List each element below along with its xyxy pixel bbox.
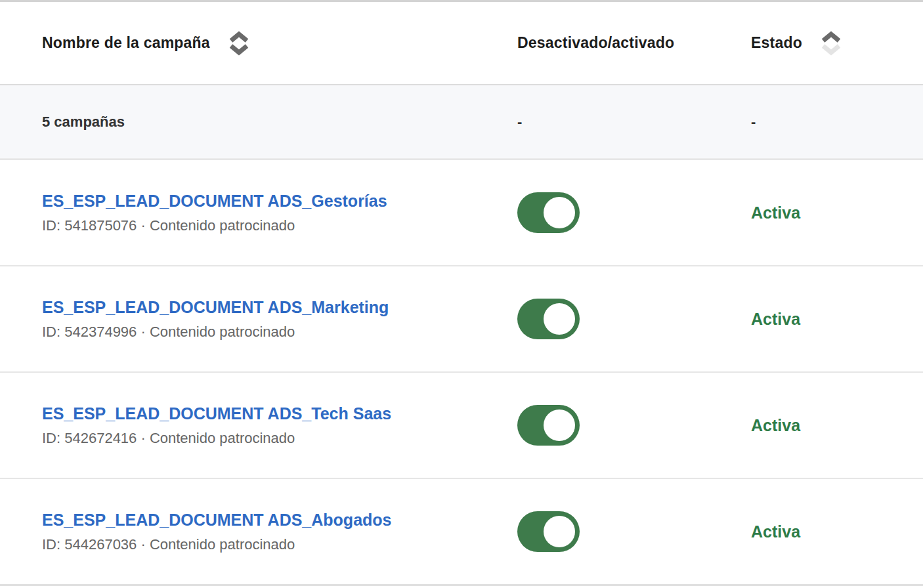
- toggle-knob: [544, 303, 575, 335]
- bottom-divider: [0, 584, 923, 586]
- toggle-knob: [544, 197, 575, 228]
- campaigns-table: Nombre de la campaña Desactivado/activad…: [0, 2, 923, 584]
- campaign-name-link[interactable]: ES_ESP_LEAD_DOCUMENT ADS_Marketing: [42, 298, 389, 317]
- campaign-toggle[interactable]: [517, 192, 580, 233]
- campaign-toggle[interactable]: [517, 511, 580, 552]
- column-header-toggle: Desactivado/activado: [517, 34, 751, 52]
- campaign-name-link[interactable]: ES_ESP_LEAD_DOCUMENT ADS_Abogados: [42, 511, 392, 530]
- campaign-status: Activa: [751, 416, 800, 434]
- campaign-row: ES_ESP_LEAD_DOCUMENT ADS_Abogados ID: 54…: [0, 478, 923, 584]
- campaign-name-column-label: Nombre de la campaña: [42, 34, 210, 52]
- column-header-campaign-name[interactable]: Nombre de la campaña: [0, 30, 517, 57]
- campaign-row: ES_ESP_LEAD_DOCUMENT ADS_Tech Saas ID: 5…: [0, 371, 923, 478]
- campaign-toggle[interactable]: [517, 299, 580, 339]
- table-header-row: Nombre de la campaña Desactivado/activad…: [0, 2, 923, 84]
- sort-chevrons-icon[interactable]: [819, 30, 843, 57]
- summary-status-placeholder: -: [751, 114, 923, 131]
- summary-toggle-placeholder: -: [517, 114, 751, 131]
- campaign-meta: ID: 542374996 · Contenido patrocinado: [42, 324, 517, 340]
- campaign-meta: ID: 542672416 · Contenido patrocinado: [42, 430, 517, 446]
- toggle-knob: [544, 516, 575, 547]
- campaign-count: 5 campañas: [0, 114, 517, 131]
- campaign-status: Activa: [751, 522, 800, 541]
- toggle-knob: [544, 410, 575, 441]
- campaign-row: ES_ESP_LEAD_DOCUMENT ADS_Marketing ID: 5…: [0, 265, 923, 371]
- toggle-column-label: Desactivado/activado: [517, 34, 674, 52]
- campaign-name-link[interactable]: ES_ESP_LEAD_DOCUMENT ADS_Gestorías: [42, 192, 387, 211]
- status-column-label: Estado: [751, 34, 802, 52]
- campaign-name-link[interactable]: ES_ESP_LEAD_DOCUMENT ADS_Tech Saas: [42, 404, 391, 423]
- campaign-meta: ID: 544267036 · Contenido patrocinado: [42, 536, 517, 553]
- campaign-toggle[interactable]: [517, 405, 580, 446]
- campaign-meta: ID: 541875076 · Contenido patrocinado: [42, 217, 517, 234]
- campaign-status: Activa: [751, 203, 800, 222]
- sort-chevrons-icon[interactable]: [227, 30, 251, 57]
- summary-row: 5 campañas - -: [0, 84, 923, 159]
- campaign-row: ES_ESP_LEAD_DOCUMENT ADS_Gestorías ID: 5…: [0, 159, 923, 265]
- column-header-status[interactable]: Estado: [751, 30, 923, 57]
- campaign-status: Activa: [751, 310, 800, 328]
